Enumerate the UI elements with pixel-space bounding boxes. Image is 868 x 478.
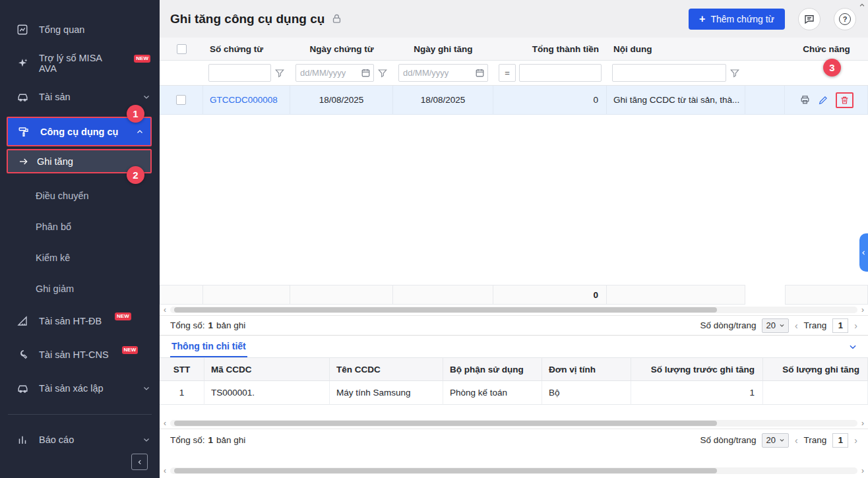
calendar-icon[interactable] bbox=[361, 68, 371, 78]
help-button[interactable]: ? bbox=[834, 8, 856, 30]
prev-page-icon[interactable]: ‹ bbox=[795, 320, 798, 331]
sidebar-item-misa-ava[interactable]: Trợ lý số MISA AVA NEW bbox=[0, 46, 160, 80]
new-badge: NEW bbox=[115, 313, 131, 320]
delete-highlight-box bbox=[836, 92, 853, 108]
detail-cell-ma-ccdc: TS000001. bbox=[204, 381, 330, 405]
prev-page-icon[interactable]: ‹ bbox=[795, 435, 798, 446]
table-row[interactable]: GTCCDC000008 18/08/2025 18/08/2025 0 Ghi… bbox=[160, 86, 868, 115]
annotation-step-3: 3 bbox=[823, 59, 841, 76]
scrollbar-track bbox=[170, 307, 857, 313]
sidebar-item-dieu-chuyen[interactable]: Điều chuyển bbox=[0, 180, 160, 211]
scroll-left-icon[interactable]: ‹ bbox=[164, 306, 166, 314]
collapse-panel-chevron-icon[interactable] bbox=[848, 342, 857, 351]
detail-column-don-vi-tinh: Đơn vị tính bbox=[542, 357, 631, 381]
scroll-right-icon[interactable]: › bbox=[861, 419, 864, 427]
records-label: bản ghi bbox=[216, 435, 245, 445]
ruler-triangle-icon bbox=[16, 315, 29, 327]
detail-cell-ten-ccdc: Máy tính Samsung bbox=[330, 381, 443, 405]
detail-column-stt: STT bbox=[160, 357, 204, 381]
sidebar-item-ghi-giam[interactable]: Ghi giảm bbox=[0, 273, 160, 304]
filter-noi-dung-input[interactable] bbox=[612, 64, 726, 82]
scroll-right-icon[interactable]: › bbox=[861, 306, 864, 314]
sidebar-item-label: Tài sản bbox=[39, 92, 71, 102]
column-header-noi-dung[interactable]: Nội dung bbox=[607, 38, 745, 61]
detail-column-ma-ccdc: Mã CCDC bbox=[204, 357, 330, 381]
paint-roller-icon bbox=[17, 126, 30, 138]
chevron-down-icon bbox=[779, 437, 785, 443]
column-header-so-chung-tu[interactable]: Số chứng từ bbox=[203, 38, 290, 61]
page-number-box[interactable]: 1 bbox=[832, 318, 848, 333]
next-page-icon[interactable]: › bbox=[854, 435, 857, 446]
page-bottom-scrollbar: ‹ › bbox=[160, 465, 868, 476]
chevron-down-icon bbox=[142, 436, 150, 444]
page-label: Trang bbox=[804, 320, 827, 330]
detail-table-scrollbar: ‹ › bbox=[160, 418, 868, 429]
cell-ngay-ghi-tang: 18/08/2025 bbox=[393, 86, 493, 115]
row-checkbox[interactable] bbox=[176, 95, 186, 105]
main-table-scrollbar: ‹ › bbox=[160, 305, 868, 315]
scrollbar-thumb[interactable] bbox=[174, 421, 717, 426]
scroll-up-icon[interactable] bbox=[859, 2, 865, 9]
sidebar-item-tai-san-ht-db[interactable]: Tài sản HT-ĐB NEW bbox=[0, 304, 160, 338]
chevron-down-icon bbox=[142, 384, 150, 392]
detail-table-row[interactable]: 1 TS000001. Máy tính Samsung Phòng kế to… bbox=[160, 381, 868, 405]
filter-icon[interactable] bbox=[274, 68, 285, 78]
detail-cell-so-luong-truoc: 1 bbox=[631, 381, 763, 405]
sidebar-item-kiem-ke[interactable]: Kiểm kê bbox=[0, 242, 160, 273]
detail-cell-don-vi-tinh: Bộ bbox=[542, 381, 631, 405]
filter-so-chung-tu-input[interactable] bbox=[208, 64, 271, 82]
sidebar-item-tai-san-xac-lap[interactable]: Tài sản xác lập bbox=[0, 371, 160, 405]
sidebar-item-phan-bo[interactable]: Phân bổ bbox=[0, 211, 160, 242]
equals-operator-button[interactable]: = bbox=[499, 64, 516, 82]
edit-pencil-icon[interactable] bbox=[818, 95, 828, 105]
sidebar-item-label: Trợ lý số MISA AVA bbox=[39, 53, 121, 74]
cell-noi-dung: Ghi tăng CCDC từ tài sản, thà... bbox=[607, 86, 745, 115]
detail-table-footer: Tổng số: 1 bản ghi Số dòng/trang 20 ‹ Tr… bbox=[160, 429, 868, 451]
sidebar-collapse-button[interactable] bbox=[131, 454, 148, 470]
scrollbar-thumb[interactable] bbox=[174, 468, 717, 473]
sidebar-item-label: Tổng quan bbox=[39, 24, 84, 35]
filter-tong-thanh-tien-input[interactable] bbox=[519, 64, 602, 82]
scroll-right-icon[interactable]: › bbox=[861, 467, 864, 475]
asset-vehicle-icon bbox=[16, 90, 29, 103]
column-header-tong-thanh-tien[interactable]: Tổng thành tiền bbox=[493, 38, 607, 61]
cell-tong-thanh-tien: 0 bbox=[493, 86, 607, 115]
print-icon[interactable] bbox=[799, 94, 811, 105]
sidebar-item-tong-quan[interactable]: Tổng quan bbox=[0, 13, 160, 46]
column-header-ngay-ghi-tang[interactable]: Ngày ghi tăng bbox=[393, 38, 493, 61]
page-title: Ghi tăng công cụ dụng cụ bbox=[170, 12, 325, 26]
sidebar-item-bao-cao[interactable]: Báo cáo bbox=[0, 423, 160, 456]
column-header-ngay-chung-tu[interactable]: Ngày chứng từ bbox=[290, 38, 393, 61]
per-page-value: 20 bbox=[766, 320, 775, 330]
sidebar-item-label: Tài sản HT-CNS bbox=[39, 349, 109, 360]
asset-vehicle-icon bbox=[16, 382, 29, 394]
filter-icon[interactable] bbox=[377, 68, 388, 78]
column-header-empty bbox=[745, 38, 785, 61]
annotation-step-1: 1 bbox=[127, 105, 144, 123]
page-number-box[interactable]: 1 bbox=[832, 433, 848, 448]
main-table-header: Số chứng từ Ngày chứng từ Ngày ghi tăng … bbox=[160, 38, 868, 61]
tab-thong-tin-chi-tiet[interactable]: Thông tin chi tiết bbox=[170, 337, 247, 357]
filter-icon[interactable] bbox=[729, 68, 740, 78]
document-number-link[interactable]: GTCCDC000008 bbox=[210, 95, 278, 105]
scroll-left-icon[interactable]: ‹ bbox=[164, 467, 166, 475]
sidebar-item-tai-san-ht-cns[interactable]: Tài sản HT-CNS NEW bbox=[0, 338, 160, 371]
sidebar-item-label: Phân bổ bbox=[36, 222, 71, 232]
sidebar-item-cong-cu-dung-cu[interactable]: Công cụ dụng cụ bbox=[7, 117, 152, 146]
page-header: Ghi tăng công cụ dụng cụ + Thêm chứng từ… bbox=[160, 0, 868, 38]
calendar-icon[interactable] bbox=[475, 68, 485, 78]
main-content: Ghi tăng công cụ dụng cụ + Thêm chứng từ… bbox=[160, 0, 868, 478]
select-all-checkbox[interactable] bbox=[177, 44, 187, 54]
add-document-button[interactable]: + Thêm chứng từ bbox=[689, 9, 785, 30]
scroll-left-icon[interactable]: ‹ bbox=[164, 419, 166, 427]
summary-row: 0 bbox=[160, 285, 868, 305]
per-page-select[interactable]: 20 bbox=[762, 433, 788, 448]
feedback-chat-button[interactable] bbox=[798, 8, 821, 30]
detail-cell-bo-phan-su-dung: Phòng kế toán bbox=[443, 381, 542, 405]
scrollbar-thumb[interactable] bbox=[174, 307, 717, 313]
next-page-icon[interactable]: › bbox=[854, 320, 857, 331]
expand-side-panel-handle[interactable] bbox=[859, 233, 868, 272]
collapse-chevron-icon bbox=[137, 459, 143, 465]
delete-trash-icon[interactable] bbox=[840, 95, 850, 105]
per-page-select[interactable]: 20 bbox=[762, 318, 788, 333]
